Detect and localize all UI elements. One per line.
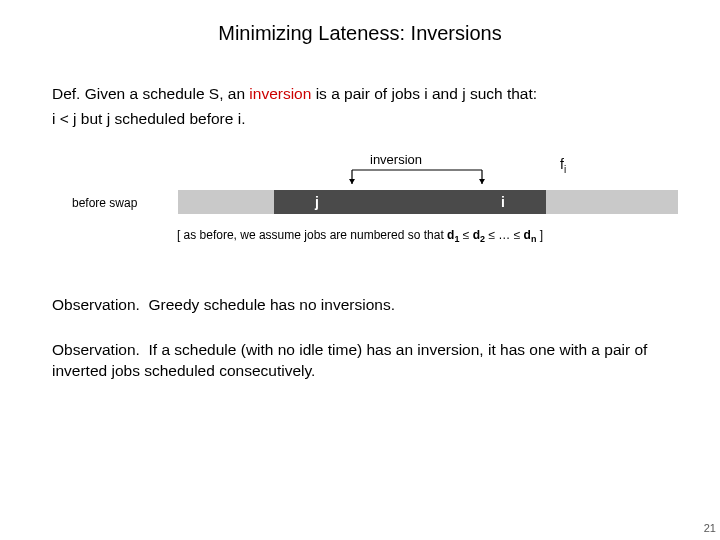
schedule-seg-grey [234, 190, 274, 214]
schedule-bar: j i [178, 190, 678, 214]
def-lead: Def. [52, 85, 80, 102]
definition-block: Def. Given a schedule S, an inversion is… [52, 84, 672, 130]
assume-le1: ≤ [459, 228, 472, 242]
assume-suffix: ] [536, 228, 543, 242]
obs1-text: Greedy schedule has no inversions. [149, 296, 395, 313]
def-text-2: i < j but j scheduled before i. [52, 109, 672, 130]
obs2-text: If a schedule (with no idle time) has an… [52, 341, 647, 379]
obs2-lead: Observation. [52, 341, 140, 358]
assumption-note: [ as before, we assume jobs are numbered… [0, 228, 720, 244]
inversion-term: inversion [249, 85, 311, 102]
schedule-seg-grey [178, 190, 234, 214]
inversion-arrow-label: inversion [370, 152, 422, 167]
schedule-seg-grey [602, 190, 638, 214]
assume-d2: d [473, 228, 480, 242]
slide-title: Minimizing Lateness: Inversions [0, 22, 720, 45]
observation-1: Observation. Greedy schedule has no inve… [52, 296, 672, 314]
observation-2: Observation. If a schedule (with no idle… [52, 340, 672, 382]
obs1-lead: Observation. [52, 296, 140, 313]
fi-subscript: i [564, 164, 566, 175]
inversion-bracket-icon [342, 168, 492, 188]
schedule-seg-gap [360, 190, 460, 214]
schedule-seg-j: j [274, 190, 360, 214]
assume-dn: d [524, 228, 531, 242]
before-swap-label: before swap [72, 196, 137, 210]
schedule-seg-i: i [460, 190, 546, 214]
page-number: 21 [704, 522, 716, 534]
def-text-1a: Given a schedule S, an [85, 85, 250, 102]
fi-label: fi [560, 156, 566, 175]
assume-le2: ≤ … ≤ [485, 228, 524, 242]
schedule-seg-grey [638, 190, 678, 214]
schedule-seg-grey [546, 190, 602, 214]
def-text-1b: is a pair of jobs i and j such that: [311, 85, 537, 102]
assume-prefix: [ as before, we assume jobs are numbered… [177, 228, 447, 242]
